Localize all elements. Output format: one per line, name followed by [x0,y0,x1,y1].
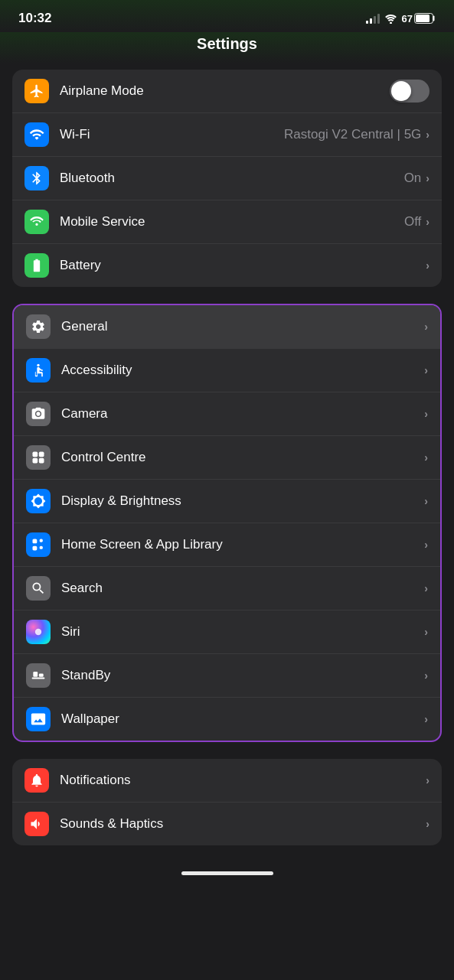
standby-icon [26,663,51,688]
notifications-row[interactable]: Notifications › [12,759,442,803]
system-settings-group: General › Accessibility › Camera › Contr… [12,304,442,742]
standby-row[interactable]: StandBy › [14,654,440,698]
search-row[interactable]: Search › [14,567,440,610]
airplane-mode-toggle[interactable] [390,80,430,103]
mobile-service-chevron: › [426,216,430,228]
home-screen-label: Home Screen & App Library [61,537,424,552]
accessibility-row[interactable]: Accessibility › [14,349,440,392]
svg-point-8 [35,629,41,635]
wifi-label: Wi-Fi [60,127,284,142]
mobile-service-icon [24,210,49,234]
home-screen-icon [26,532,51,557]
siri-row[interactable]: Siri › [14,610,440,654]
bluetooth-value: On [404,171,422,186]
search-label: Search [61,581,424,596]
sounds-haptics-icon [24,812,49,836]
connectivity-group: Airplane Mode Wi-Fi Rastogi V2 Central |… [12,70,442,287]
bluetooth-icon [24,166,49,190]
search-icon [26,576,51,601]
svg-rect-6 [33,458,38,464]
battery-percent: 67 [402,13,413,24]
wifi-icon [24,122,49,147]
battery-label: Battery [60,258,421,273]
svg-rect-10 [39,674,44,677]
control-centre-icon [26,445,51,470]
sounds-haptics-row[interactable]: Sounds & Haptics › [12,803,442,845]
camera-label: Camera [61,406,424,422]
display-brightness-row[interactable]: Display & Brightness › [14,480,440,523]
battery-settings-icon [24,253,49,278]
general-icon [26,314,51,339]
camera-row[interactable]: Camera › [14,392,440,436]
bluetooth-row[interactable]: Bluetooth On › [12,157,442,200]
camera-icon [26,402,51,426]
standby-label: StandBy [61,668,424,683]
svg-rect-5 [39,452,44,457]
bluetooth-label: Bluetooth [60,171,404,186]
toggle-thumb [391,81,411,101]
wallpaper-label: Wallpaper [61,711,424,727]
mobile-service-value: Off [404,214,421,230]
siri-icon [26,620,51,644]
home-indicator [181,871,273,875]
battery-chevron: › [426,259,430,272]
notifications-chevron: › [426,774,430,786]
airplane-mode-row[interactable]: Airplane Mode [12,70,442,113]
sounds-haptics-chevron: › [426,818,430,830]
bluetooth-chevron: › [426,172,430,184]
siri-chevron: › [424,626,428,638]
display-brightness-icon [26,489,51,513]
home-screen-row[interactable]: Home Screen & App Library › [14,523,440,567]
wallpaper-row[interactable]: Wallpaper › [14,698,440,741]
status-bar: 10:32 67 [0,0,454,32]
display-brightness-label: Display & Brightness [61,493,424,509]
general-label: General [61,319,424,334]
accessibility-chevron: › [424,364,428,376]
svg-rect-11 [32,678,45,679]
control-centre-chevron: › [424,451,428,464]
home-indicator-area [0,862,454,881]
battery-status: 67 [402,13,436,24]
mobile-service-row[interactable]: Mobile Service Off › [12,200,442,244]
page-title-bar: Settings [0,32,454,63]
accessibility-icon [26,358,51,383]
svg-rect-7 [39,458,44,464]
sounds-haptics-label: Sounds & Haptics [60,816,426,832]
airplane-mode-icon [24,79,49,103]
control-centre-row[interactable]: Control Centre › [14,436,440,480]
airplane-mode-label: Airplane Mode [60,83,390,99]
wifi-row[interactable]: Wi-Fi Rastogi V2 Central | 5G › [12,113,442,157]
accessibility-label: Accessibility [61,363,424,378]
status-time: 10:32 [18,11,51,26]
toggle-track [390,80,430,103]
general-row[interactable]: General › [14,305,440,349]
wifi-status-icon [384,14,397,24]
svg-point-0 [390,21,392,24]
siri-label: Siri [61,624,424,640]
search-chevron: › [424,582,428,594]
svg-rect-2 [416,15,430,22]
signal-icon [366,14,380,24]
wifi-value: Rastogi V2 Central | 5G [284,127,421,142]
battery-icon [414,13,436,24]
notifications-group: Notifications › Sounds & Haptics › [12,759,442,845]
control-centre-label: Control Centre [61,450,424,465]
display-brightness-chevron: › [424,495,428,507]
notifications-icon [24,768,49,793]
general-chevron: › [424,321,428,333]
svg-point-3 [37,364,39,366]
wifi-chevron: › [426,129,430,141]
svg-rect-4 [33,452,38,457]
page-title: Settings [0,35,454,53]
camera-chevron: › [424,408,428,420]
status-icons: 67 [366,13,436,24]
wallpaper-chevron: › [424,713,428,725]
home-screen-chevron: › [424,539,428,551]
notifications-label: Notifications [60,773,426,788]
standby-chevron: › [424,669,428,682]
wallpaper-icon [26,707,51,731]
mobile-service-label: Mobile Service [60,214,404,230]
battery-row[interactable]: Battery › [12,244,442,287]
svg-rect-9 [33,672,38,677]
